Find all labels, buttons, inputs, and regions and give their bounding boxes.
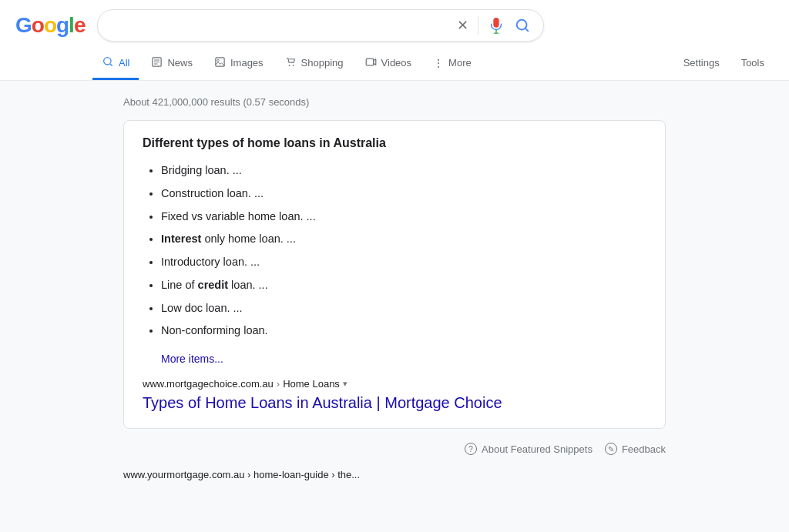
tab-all[interactable]: All bbox=[92, 48, 139, 80]
list-item: Construction loan. ... bbox=[161, 186, 646, 202]
svg-point-0 bbox=[517, 20, 527, 30]
list-item: Low doc loan. ... bbox=[161, 300, 646, 317]
card-footer: ? About Featured Snippets ✎ Feedback bbox=[123, 435, 666, 460]
google-logo[interactable]: Google bbox=[15, 13, 85, 38]
tab-shopping[interactable]: Shopping bbox=[276, 49, 353, 80]
search-box: different types of home loan australia ✕ bbox=[97, 9, 544, 42]
feedback-label: Feedback bbox=[622, 443, 666, 455]
nav-settings: Settings Tools bbox=[674, 49, 774, 79]
list-item: Line of credit loan. ... bbox=[161, 277, 646, 294]
shopping-tab-icon bbox=[285, 56, 297, 70]
list-item: Bridging loan. ... bbox=[161, 162, 646, 179]
svg-point-5 bbox=[288, 64, 290, 65]
tab-shopping-label: Shopping bbox=[301, 57, 344, 69]
list-item: Interest only home loan. ... bbox=[161, 231, 646, 248]
featured-snippet-title: Different types of home loans in Austral… bbox=[143, 136, 646, 150]
source-path: Home Loans bbox=[283, 378, 340, 390]
about-featured-snippets[interactable]: ? About Featured Snippets bbox=[465, 443, 593, 455]
all-tab-icon bbox=[102, 55, 114, 70]
search-input[interactable]: different types of home loan australia bbox=[110, 18, 457, 32]
bold-text: Interest bbox=[161, 233, 201, 245]
tab-more-label: More bbox=[448, 57, 472, 69]
breadcrumb-dropdown-icon[interactable]: ▾ bbox=[343, 379, 347, 389]
url-separator: › bbox=[277, 378, 280, 390]
tab-images[interactable]: Images bbox=[205, 49, 273, 80]
feedback-icon: ✎ bbox=[605, 443, 617, 455]
tools-label: Tools bbox=[741, 57, 764, 69]
svg-rect-3 bbox=[216, 57, 224, 65]
svg-point-6 bbox=[292, 64, 294, 65]
second-result-url: www.yourmortgage.com.au › home-loan-guid… bbox=[123, 469, 666, 480]
divider bbox=[478, 16, 478, 35]
tab-videos[interactable]: Videos bbox=[356, 49, 421, 80]
source-domain: www.mortgagechoice.com.au bbox=[143, 378, 274, 390]
images-tab-icon bbox=[214, 56, 226, 70]
tab-videos-label: Videos bbox=[381, 57, 412, 69]
header-top: Google different types of home loan aust… bbox=[15, 9, 774, 42]
settings-link[interactable]: Settings bbox=[674, 49, 729, 79]
nav-tabs: All News Images bbox=[92, 48, 774, 80]
feedback-button[interactable]: ✎ Feedback bbox=[605, 443, 666, 455]
svg-point-1 bbox=[104, 58, 111, 65]
bold-text: credit bbox=[198, 279, 229, 291]
mic-icon[interactable] bbox=[488, 17, 505, 34]
about-label: About Featured Snippets bbox=[482, 443, 593, 455]
settings-label: Settings bbox=[683, 57, 720, 69]
tab-images-label: Images bbox=[230, 57, 264, 69]
featured-snippet-list: Bridging loan. ... Construction loan. ..… bbox=[143, 162, 646, 340]
list-item: Introductory loan. ... bbox=[161, 254, 646, 271]
videos-tab-icon bbox=[365, 56, 377, 70]
svg-rect-7 bbox=[366, 59, 373, 65]
news-tab-icon bbox=[151, 56, 163, 70]
list-item: Non-conforming loan. bbox=[161, 323, 646, 340]
search-button-icon[interactable] bbox=[514, 17, 531, 34]
clear-icon[interactable]: ✕ bbox=[457, 17, 468, 34]
header: Google different types of home loan aust… bbox=[0, 0, 789, 81]
tab-news[interactable]: News bbox=[142, 49, 202, 80]
tab-more[interactable]: ⋮ More bbox=[424, 49, 481, 79]
tab-news-label: News bbox=[167, 57, 193, 69]
list-item: Fixed vs variable home loan. ... bbox=[161, 209, 646, 226]
result-title-link[interactable]: Types of Home Loans in Australia | Mortg… bbox=[143, 394, 502, 411]
svg-point-4 bbox=[217, 59, 220, 62]
about-icon: ? bbox=[465, 443, 477, 455]
results-count: About 421,000,000 results (0.57 seconds) bbox=[123, 96, 666, 108]
tools-link[interactable]: Tools bbox=[732, 49, 774, 79]
more-tab-icon: ⋮ bbox=[433, 57, 444, 69]
source-url: www.mortgagechoice.com.au › Home Loans ▾ bbox=[143, 378, 646, 390]
main-content: About 421,000,000 results (0.57 seconds)… bbox=[0, 81, 789, 499]
more-items-link[interactable]: More items... bbox=[161, 353, 223, 365]
search-icons: ✕ bbox=[457, 16, 531, 35]
second-result: www.yourmortgage.com.au › home-loan-guid… bbox=[123, 469, 666, 480]
tab-all-label: All bbox=[119, 57, 129, 69]
featured-snippet-card: Different types of home loans in Austral… bbox=[123, 120, 666, 429]
